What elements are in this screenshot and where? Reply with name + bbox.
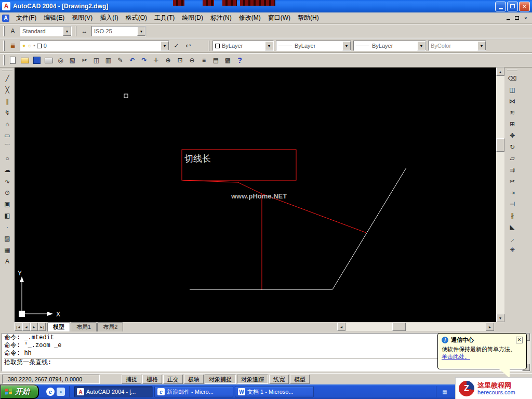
insert-block-icon[interactable]: ▣ bbox=[1, 198, 14, 210]
mirror-icon[interactable]: ⋈ bbox=[506, 96, 518, 107]
layers-icon[interactable]: ≣ bbox=[7, 40, 19, 52]
status-toggle-button[interactable]: 对象捕捉 bbox=[205, 375, 236, 384]
text-style-combo[interactable]: Standard ▼ bbox=[20, 26, 72, 36]
arc-icon[interactable]: ⌒ bbox=[1, 141, 14, 153]
popup-link[interactable]: 单击此处。 bbox=[442, 353, 470, 360]
horizontal-scroll-thumb[interactable] bbox=[392, 323, 406, 331]
minimize-button[interactable] bbox=[495, 2, 506, 11]
polygon-icon[interactable]: ⌂ bbox=[1, 118, 14, 130]
offset-icon[interactable]: ≋ bbox=[506, 107, 518, 118]
horizontal-scroll-track[interactable] bbox=[345, 323, 486, 331]
toolbar-grip[interactable] bbox=[3, 41, 5, 51]
mdi-close-button[interactable]: × bbox=[522, 15, 530, 22]
toolbar-grip[interactable] bbox=[3, 55, 5, 65]
toolbar-grip[interactable] bbox=[507, 70, 517, 71]
zoom-realtime-icon[interactable]: ⊕ bbox=[162, 55, 174, 66]
region-icon[interactable]: ▦ bbox=[1, 244, 14, 256]
taskbar-task-button[interactable]: A AutoCAD 2004 - [... bbox=[74, 386, 153, 397]
menu-item[interactable]: 帮助(H) bbox=[294, 12, 323, 23]
tab-next-button[interactable]: ► bbox=[30, 323, 38, 331]
zoom-window-icon[interactable]: ⊡ bbox=[174, 55, 186, 66]
paste-icon[interactable]: ▥ bbox=[102, 55, 114, 66]
horizontal-scrollbar[interactable]: ◄ ► bbox=[337, 323, 494, 331]
menu-item[interactable]: 编辑(E) bbox=[40, 12, 68, 23]
multiline-icon[interactable]: ∥ bbox=[1, 96, 14, 107]
status-toggle-button[interactable]: 对象追踪 bbox=[237, 375, 268, 384]
layout-tab[interactable]: 模型 bbox=[47, 322, 70, 331]
hatch-icon[interactable]: ▨ bbox=[1, 233, 14, 244]
layer-previous-icon[interactable]: ↩ bbox=[182, 40, 194, 52]
linetype-combo[interactable]: ByLayer ▼ bbox=[276, 41, 351, 51]
toolbar-grip[interactable] bbox=[2, 70, 12, 71]
toolbar-grip[interactable] bbox=[75, 26, 76, 36]
chevron-down-icon[interactable]: ▼ bbox=[137, 26, 145, 36]
status-toggle-button[interactable]: 正交 bbox=[163, 375, 183, 384]
taskbar-task-button[interactable]: W 文档 1 - Microso... bbox=[235, 386, 314, 397]
menu-item[interactable]: 修改(M) bbox=[235, 12, 264, 23]
restore-button[interactable] bbox=[507, 2, 518, 11]
redo-icon[interactable]: ↷ bbox=[138, 55, 150, 66]
circle-icon[interactable]: ○ bbox=[1, 153, 14, 164]
rotate-icon[interactable]: ↻ bbox=[506, 141, 518, 153]
chevron-down-icon[interactable]: ▼ bbox=[161, 41, 169, 50]
point-icon[interactable]: · bbox=[1, 221, 14, 233]
properties-icon[interactable]: ≡ bbox=[198, 55, 210, 66]
line-icon[interactable]: ╱ bbox=[1, 73, 14, 84]
menu-item[interactable]: 插入(I) bbox=[96, 12, 122, 23]
vertical-scroll-track[interactable] bbox=[496, 76, 504, 314]
make-layer-current-icon[interactable]: ✓ bbox=[170, 40, 182, 52]
copy-object-icon[interactable]: ◫ bbox=[506, 84, 518, 96]
break-icon[interactable]: ∦ bbox=[506, 210, 518, 221]
extend-icon[interactable]: ⇥ bbox=[506, 187, 518, 198]
scale-icon[interactable]: ▱ bbox=[506, 153, 518, 164]
lineweight-combo[interactable]: ByLayer ▼ bbox=[353, 41, 426, 51]
plot-icon[interactable] bbox=[43, 55, 55, 66]
mdi-restore-button[interactable] bbox=[513, 15, 521, 22]
menu-item[interactable]: 格式(O) bbox=[122, 12, 151, 23]
scroll-left-icon[interactable]: ◄ bbox=[337, 323, 345, 331]
toolbar-grip[interactable] bbox=[208, 41, 209, 51]
chevron-down-icon[interactable]: ▼ bbox=[417, 41, 425, 50]
scroll-up-icon[interactable]: ▲ bbox=[496, 68, 504, 76]
tool-palettes-icon[interactable]: ▩ bbox=[222, 55, 234, 66]
construction-line-icon[interactable]: ╳ bbox=[1, 84, 14, 96]
revision-cloud-icon[interactable]: ☁ bbox=[1, 164, 14, 176]
tab-last-button[interactable]: ►| bbox=[38, 323, 46, 331]
new-icon[interactable] bbox=[7, 55, 19, 66]
tab-prev-button[interactable]: ◄ bbox=[22, 323, 30, 331]
status-toggle-button[interactable]: 极轴 bbox=[184, 375, 204, 384]
help-icon[interactable]: ? bbox=[234, 55, 246, 66]
status-toggle-button[interactable]: 栅格 bbox=[142, 375, 162, 384]
dim-style-combo[interactable]: ISO-25 ▼ bbox=[91, 26, 146, 36]
mdi-minimize-button[interactable] bbox=[504, 15, 512, 22]
start-button[interactable]: 开始 bbox=[0, 384, 39, 399]
plot-preview-icon[interactable]: ◎ bbox=[55, 55, 66, 66]
spline-icon[interactable]: ∿ bbox=[1, 176, 14, 187]
status-toggle-button[interactable]: 线宽 bbox=[269, 375, 289, 384]
break-at-point-icon[interactable]: ⊣ bbox=[506, 198, 518, 210]
chevron-down-icon[interactable]: ▼ bbox=[63, 26, 71, 36]
array-icon[interactable]: ⊞ bbox=[506, 118, 518, 130]
vertical-scrollbar[interactable]: ▲ ▼ bbox=[496, 68, 504, 322]
explode-icon[interactable]: ✳ bbox=[506, 244, 518, 256]
menu-item[interactable]: 绘图(D) bbox=[178, 12, 207, 23]
menu-item[interactable]: 窗口(W) bbox=[264, 12, 294, 23]
menu-item[interactable]: 文件(F) bbox=[12, 12, 40, 23]
stretch-icon[interactable]: ⇉ bbox=[506, 164, 518, 176]
status-toggle-button[interactable]: 模型 bbox=[290, 375, 310, 384]
ie-quick-icon[interactable]: e bbox=[46, 388, 55, 396]
color-combo[interactable]: ByLayer ▼ bbox=[212, 41, 274, 51]
designcenter-icon[interactable]: ▤ bbox=[210, 55, 222, 66]
polyline-icon[interactable]: ↯ bbox=[1, 107, 14, 118]
network-icon[interactable]: ▦ bbox=[441, 388, 449, 396]
tab-first-button[interactable]: |◄ bbox=[15, 323, 22, 331]
multiline-text-icon[interactable]: A bbox=[1, 256, 14, 267]
status-toggle-button[interactable]: 捕捉 bbox=[122, 375, 141, 384]
make-block-icon[interactable]: ◧ bbox=[1, 210, 14, 221]
close-button[interactable]: × bbox=[519, 2, 530, 11]
ellipse-icon[interactable]: ⊙ bbox=[1, 187, 14, 198]
match-properties-icon[interactable]: ✎ bbox=[114, 55, 126, 66]
vertical-scroll-thumb[interactable] bbox=[496, 138, 504, 152]
layer-combo[interactable]: ● ☼ ▪ 0 ▼ bbox=[20, 41, 169, 51]
scroll-right-icon[interactable]: ► bbox=[486, 323, 494, 331]
